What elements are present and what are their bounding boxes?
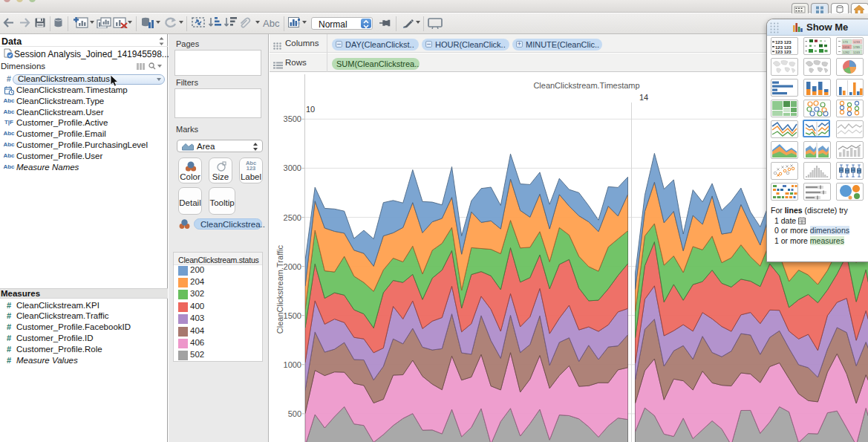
svg-text:1282: 1282 xyxy=(843,51,850,54)
svg-text:173: 173 xyxy=(843,40,848,44)
svg-text:123 123: 123 123 xyxy=(775,45,792,50)
svg-text:123 123: 123 123 xyxy=(775,40,792,45)
svg-text:2416: 2416 xyxy=(843,45,850,49)
svg-text:123 123: 123 123 xyxy=(775,50,792,54)
svg-text:1789: 1789 xyxy=(853,45,861,49)
svg-text:1233: 1233 xyxy=(853,40,861,44)
svg-text:1243: 1243 xyxy=(853,51,861,54)
